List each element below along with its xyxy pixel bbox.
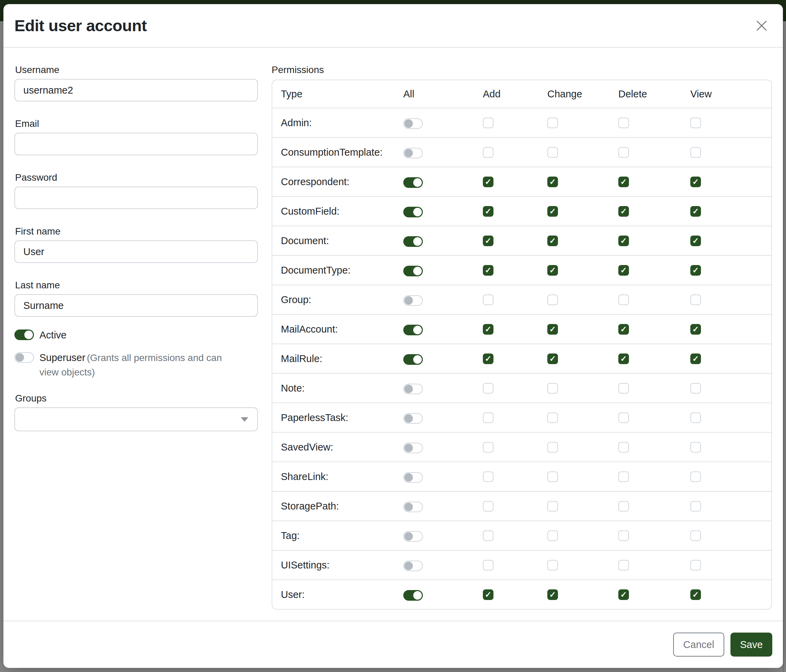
perm-change-checkbox[interactable]: ✓	[547, 324, 558, 334]
perm-add-checkbox[interactable]: ✓	[483, 177, 494, 187]
username-field[interactable]	[14, 79, 258, 102]
perm-delete-checkbox[interactable]: ✓	[618, 353, 629, 364]
perm-change-checkbox[interactable]	[547, 118, 558, 128]
perm-change-checkbox[interactable]	[547, 501, 558, 512]
perm-add-checkbox[interactable]	[483, 118, 494, 128]
perm-all-toggle[interactable]	[403, 325, 423, 335]
perm-view-checkbox[interactable]: ✓	[690, 236, 701, 246]
perm-view-checkbox[interactable]: ✓	[690, 353, 701, 364]
page-scrollbar[interactable]	[783, 21, 784, 672]
perm-add-checkbox[interactable]	[483, 560, 494, 570]
perm-delete-checkbox[interactable]: ✓	[618, 324, 629, 334]
perm-view-checkbox[interactable]	[690, 471, 701, 482]
perm-delete-checkbox[interactable]	[618, 147, 629, 158]
perm-add-checkbox[interactable]: ✓	[483, 265, 494, 276]
perm-change-checkbox[interactable]: ✓	[547, 353, 558, 364]
perm-change-checkbox[interactable]	[547, 295, 558, 305]
perm-change-checkbox[interactable]: ✓	[547, 206, 558, 217]
perm-delete-checkbox[interactable]	[618, 383, 629, 394]
perm-add-checkbox[interactable]	[483, 501, 494, 512]
perm-add-checkbox[interactable]	[483, 471, 494, 482]
perm-add-checkbox[interactable]	[483, 147, 494, 158]
perm-change-checkbox[interactable]: ✓	[547, 177, 558, 187]
perm-delete-checkbox[interactable]	[618, 118, 629, 128]
perm-delete-checkbox[interactable]	[618, 560, 629, 570]
perm-delete-checkbox[interactable]	[618, 531, 629, 541]
perm-view-checkbox[interactable]	[690, 383, 701, 394]
perm-change-checkbox[interactable]	[547, 147, 558, 158]
perm-view-checkbox[interactable]	[690, 295, 701, 305]
last-name-field[interactable]	[14, 294, 258, 317]
modal-title: Edit user account	[14, 16, 147, 35]
email-field[interactable]	[14, 133, 258, 155]
perm-delete-checkbox[interactable]	[618, 295, 629, 305]
active-toggle[interactable]	[14, 330, 34, 340]
perm-view-checkbox[interactable]: ✓	[690, 177, 701, 187]
perm-change-checkbox[interactable]: ✓	[547, 265, 558, 276]
perm-add-checkbox[interactable]	[483, 531, 494, 541]
perm-all-toggle[interactable]	[403, 502, 423, 512]
perm-view-checkbox[interactable]: ✓	[690, 265, 701, 276]
perm-view-checkbox[interactable]	[690, 560, 701, 570]
perm-delete-checkbox[interactable]: ✓	[618, 206, 629, 217]
perm-all-toggle[interactable]	[403, 118, 423, 129]
perm-view-checkbox[interactable]: ✓	[690, 589, 701, 600]
perm-change-checkbox[interactable]	[547, 531, 558, 541]
perm-view-checkbox[interactable]: ✓	[690, 206, 701, 217]
perm-col-header-all: All	[403, 88, 483, 100]
perm-all-toggle[interactable]	[403, 266, 423, 276]
perm-delete-checkbox[interactable]	[618, 501, 629, 512]
perm-all-toggle[interactable]	[403, 177, 423, 188]
cancel-button[interactable]: Cancel	[673, 633, 724, 656]
perm-change-checkbox[interactable]	[547, 413, 558, 423]
save-button[interactable]: Save	[731, 633, 772, 656]
perm-view-checkbox[interactable]	[690, 413, 701, 423]
perm-delete-checkbox[interactable]	[618, 471, 629, 482]
perm-add-checkbox[interactable]	[483, 295, 494, 305]
perm-delete-checkbox[interactable]: ✓	[618, 265, 629, 276]
perm-view-checkbox[interactable]	[690, 531, 701, 541]
perm-delete-checkbox[interactable]: ✓	[618, 177, 629, 187]
perm-view-checkbox[interactable]	[690, 501, 701, 512]
perm-all-toggle[interactable]	[403, 295, 423, 306]
perm-change-checkbox[interactable]: ✓	[547, 589, 558, 600]
perm-add-checkbox[interactable]: ✓	[483, 236, 494, 246]
perm-view-checkbox[interactable]	[690, 118, 701, 128]
perm-add-checkbox[interactable]: ✓	[483, 589, 494, 600]
perm-delete-checkbox[interactable]: ✓	[618, 589, 629, 600]
perm-all-toggle[interactable]	[403, 531, 423, 542]
first-name-field[interactable]	[14, 240, 258, 263]
perm-all-toggle[interactable]	[403, 148, 423, 159]
perm-all-toggle[interactable]	[403, 413, 423, 424]
perm-delete-checkbox[interactable]: ✓	[618, 236, 629, 246]
password-field[interactable]	[14, 187, 258, 209]
perm-delete-checkbox[interactable]	[618, 413, 629, 423]
perm-all-toggle[interactable]	[403, 354, 423, 365]
perm-view-checkbox[interactable]: ✓	[690, 324, 701, 334]
perm-change-checkbox[interactable]: ✓	[547, 236, 558, 246]
perm-all-toggle[interactable]	[403, 472, 423, 483]
perm-all-toggle[interactable]	[403, 561, 423, 571]
perm-add-checkbox[interactable]	[483, 442, 494, 452]
perm-change-checkbox[interactable]	[547, 560, 558, 570]
perm-change-checkbox[interactable]	[547, 442, 558, 452]
perm-all-toggle[interactable]	[403, 590, 423, 601]
perm-all-toggle[interactable]	[403, 384, 423, 394]
groups-select[interactable]	[14, 407, 258, 431]
perm-add-checkbox[interactable]	[483, 383, 494, 394]
perm-view-checkbox[interactable]	[690, 442, 701, 452]
perm-add-checkbox[interactable]: ✓	[483, 206, 494, 217]
perm-add-checkbox[interactable]: ✓	[483, 324, 494, 334]
perm-view-checkbox[interactable]	[690, 147, 701, 158]
perm-add-checkbox[interactable]: ✓	[483, 353, 494, 364]
perm-delete-checkbox[interactable]	[618, 442, 629, 452]
perm-add-checkbox[interactable]	[483, 413, 494, 423]
perm-type-label: Correspondent:	[272, 176, 403, 188]
superuser-toggle[interactable]	[14, 352, 34, 363]
perm-change-checkbox[interactable]	[547, 471, 558, 482]
perm-all-toggle[interactable]	[403, 443, 423, 453]
perm-all-toggle[interactable]	[403, 207, 423, 217]
close-icon[interactable]	[754, 18, 769, 33]
perm-all-toggle[interactable]	[403, 236, 423, 247]
perm-change-checkbox[interactable]	[547, 383, 558, 394]
